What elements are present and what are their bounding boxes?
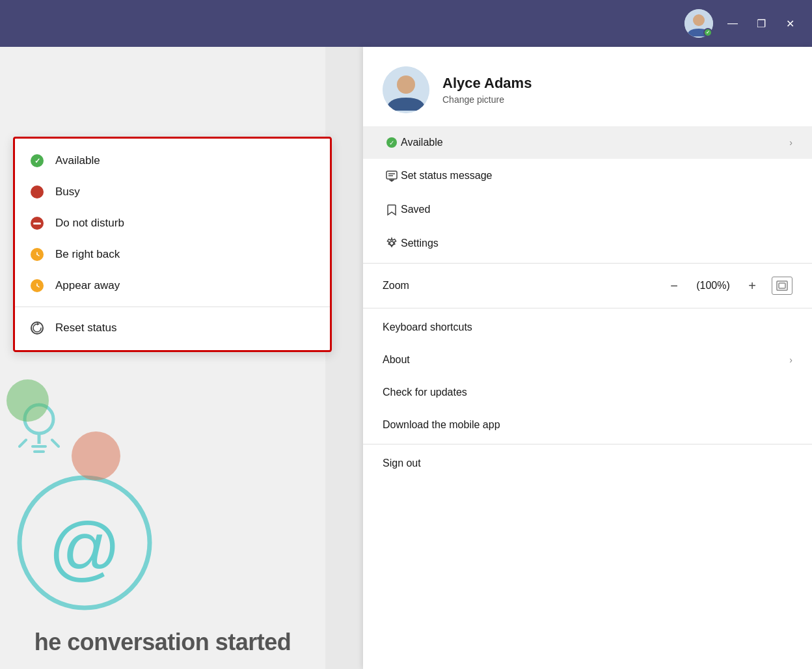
bg-at-circle: @ (13, 471, 156, 617)
status-flyout: Available Busy Do not disturb Be right b… (13, 137, 332, 352)
set-status-message-item[interactable]: Set status message (363, 159, 812, 193)
svg-point-11 (397, 75, 415, 94)
status-option-busy[interactable]: Busy (15, 176, 330, 208)
svg-line-5 (52, 440, 59, 446)
svg-rect-17 (779, 283, 785, 288)
zoom-label: Zoom (383, 280, 665, 292)
title-bar: — ❐ ✕ (0, 0, 812, 47)
status-option-appear-away[interactable]: Appear away (15, 270, 330, 301)
about-item[interactable]: About › (363, 344, 812, 376)
svg-point-9 (693, 14, 705, 26)
status-option-appear-away-label: Appear away (55, 279, 120, 292)
svg-line-4 (20, 440, 26, 446)
check-for-updates-label: Check for updates (383, 387, 792, 398)
profile-panel: Alyce Adams Change picture ✓ Available ›… (363, 47, 812, 669)
profile-name: Alyce Adams (442, 75, 532, 92)
close-button[interactable]: ✕ (781, 14, 799, 33)
divider-3 (363, 444, 812, 444)
minimize-button[interactable]: — (724, 14, 742, 33)
divider-2 (363, 308, 812, 308)
status-option-dnd-label: Do not disturb (55, 217, 124, 230)
set-status-message-label: Set status message (401, 170, 792, 182)
zoom-minus-button[interactable]: − (665, 277, 683, 295)
bg-orange-circle (72, 431, 120, 480)
change-picture-link[interactable]: Change picture (442, 94, 532, 105)
dnd-status-dot (31, 217, 44, 230)
status-option-be-right-back[interactable]: Be right back (15, 239, 330, 270)
zoom-controls: − (100%) + (665, 277, 792, 295)
svg-rect-12 (386, 171, 397, 179)
zoom-value: (100%) (694, 280, 733, 292)
available-status-dot (31, 154, 44, 167)
reset-status-icon (31, 321, 44, 334)
download-mobile-app-label: Download the mobile app (383, 419, 792, 431)
available-status-icon: ✓ (383, 137, 401, 148)
be-right-back-status-dot (31, 248, 44, 261)
status-available-menu-item[interactable]: ✓ Available › (363, 126, 812, 159)
status-flyout-divider (15, 307, 330, 307)
saved-label: Saved (401, 204, 792, 215)
user-avatar-button[interactable] (684, 9, 713, 38)
keyboard-shortcuts-label: Keyboard shortcuts (383, 321, 792, 333)
status-option-reset[interactable]: Reset status (15, 312, 330, 344)
bg-bottom-text: he conversation started (0, 629, 325, 656)
zoom-section: Zoom − (100%) + (363, 266, 812, 305)
settings-item[interactable]: Settings (363, 226, 812, 260)
about-label: About (383, 354, 789, 366)
zoom-fit-button[interactable] (772, 277, 792, 295)
status-indicator (703, 28, 712, 37)
settings-icon (383, 237, 401, 250)
about-chevron-icon: › (789, 355, 792, 365)
status-option-dnd[interactable]: Do not disturb (15, 208, 330, 239)
saved-item[interactable]: Saved (363, 193, 812, 226)
divider-1 (363, 263, 812, 264)
available-dot: ✓ (386, 137, 397, 148)
download-mobile-app-item[interactable]: Download the mobile app (363, 409, 812, 441)
sign-out-label: Sign out (383, 457, 792, 469)
status-option-available-label: Available (55, 154, 100, 167)
set-status-message-icon (383, 169, 401, 182)
keyboard-shortcuts-item[interactable]: Keyboard shortcuts (363, 311, 812, 344)
appear-away-status-dot (31, 279, 44, 292)
check-for-updates-item[interactable]: Check for updates (363, 376, 812, 409)
bg-green-circle (7, 379, 49, 422)
settings-label: Settings (401, 238, 792, 249)
maximize-button[interactable]: ❐ (752, 14, 770, 33)
sign-out-item[interactable]: Sign out (363, 447, 812, 480)
busy-status-dot (31, 185, 44, 198)
saved-icon (383, 203, 401, 216)
status-option-be-right-back-label: Be right back (55, 248, 120, 261)
profile-info: Alyce Adams Change picture (442, 75, 532, 105)
status-option-available[interactable]: Available (15, 145, 330, 176)
zoom-plus-button[interactable]: + (743, 277, 761, 295)
available-label: Available (401, 137, 789, 148)
svg-text:@: @ (48, 507, 121, 587)
status-option-busy-label: Busy (55, 185, 80, 198)
profile-avatar (383, 66, 429, 113)
status-option-reset-label: Reset status (55, 321, 117, 334)
profile-header: Alyce Adams Change picture (363, 47, 812, 126)
available-chevron-icon: › (789, 137, 792, 148)
